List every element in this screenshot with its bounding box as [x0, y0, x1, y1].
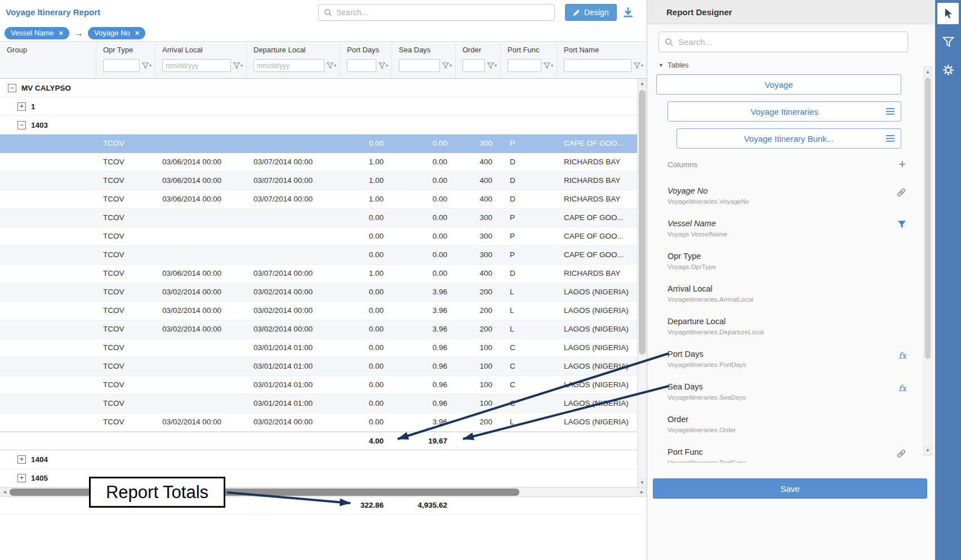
cell-port-days: 0.00	[340, 209, 391, 227]
group-row-1403[interactable]: −1403	[0, 116, 647, 135]
cell-departure-local: 03/07/2014 00:00	[246, 190, 340, 208]
filter-button-departure-local[interactable]: ▾	[327, 62, 336, 69]
fx-icon[interactable]: fx	[898, 351, 906, 361]
filter-tool-button[interactable]	[937, 31, 959, 52]
data-row[interactable]: TCOV03/01/2014 01:000.000.96100CLAGOS (N…	[0, 339, 647, 357]
cell-opr-type: TCOV	[96, 283, 155, 301]
filter-input-opr-type[interactable]	[103, 59, 140, 72]
cell-sea-days: 3.96	[391, 302, 455, 320]
group-row-1[interactable]: +1	[0, 97, 647, 116]
designer-column-departure-local[interactable]: Departure LocalVoyageItineraries.Departu…	[668, 316, 906, 349]
data-row[interactable]: TCOV0.000.00300PCAPE OF GOO...	[0, 246, 647, 265]
table-button-voyage-itinerary-bunk[interactable]: Voyage Itinerary Bunk...	[677, 128, 901, 149]
designer-column-arrival-local[interactable]: Arrival LocalVoyageItineraries.ArrivalLo…	[668, 284, 906, 316]
side-toolbar	[935, 0, 961, 560]
menu-icon[interactable]	[886, 135, 895, 142]
collapse-icon[interactable]: −	[17, 121, 26, 129]
app-window: Voyage Itinerary Report Design Vessel Na…	[0, 0, 961, 560]
scroll-up-button[interactable]: ▲	[924, 67, 932, 77]
filter-input-arrival-local[interactable]	[162, 59, 231, 72]
filter-button-order[interactable]: ▾	[487, 62, 497, 69]
filter-input-sea-days[interactable]	[399, 59, 440, 72]
data-row[interactable]: TCOV03/02/2014 00:0003/02/2014 00:000.00…	[0, 320, 647, 339]
data-row[interactable]: TCOV03/06/2014 00:0003/07/2014 00:001.00…	[0, 265, 647, 283]
link-icon[interactable]	[896, 187, 906, 198]
group-chip-voyage-no[interactable]: Voyage No ×	[88, 27, 145, 39]
filter-button-sea-days[interactable]: ▾	[442, 62, 452, 69]
data-row[interactable]: TCOV0.000.00300PCAPE OF GOO...	[0, 209, 647, 227]
design-mode-button[interactable]	[937, 3, 959, 24]
search-input[interactable]	[336, 8, 549, 17]
filter-button-opr-type[interactable]: ▾	[142, 62, 152, 69]
designer-column-sea-days[interactable]: Sea DaysVoyageItineraries.SeaDaysfx	[668, 382, 906, 414]
filter-button-port-name[interactable]: ▾	[634, 62, 643, 69]
filter-input-port-name[interactable]	[564, 59, 631, 72]
scroll-left-button[interactable]: ◄	[0, 488, 10, 496]
data-row[interactable]: TCOV03/01/2014 01:000.000.96100CLAGOS (N…	[0, 376, 647, 395]
save-button[interactable]: Save	[653, 478, 927, 499]
designer-column-order[interactable]: OrderVoyageItineraries.Order	[668, 414, 906, 447]
horizontal-scrollbar-thumb[interactable]	[10, 489, 519, 496]
data-row[interactable]: TCOV03/06/2014 00:0003/07/2014 00:001.00…	[0, 153, 647, 172]
fx-icon[interactable]: fx	[898, 383, 906, 394]
filter-button-port-func[interactable]: ▾	[544, 62, 553, 69]
column-label: Departure Local	[253, 46, 336, 54]
data-row[interactable]: TCOV03/02/2014 00:0003/02/2014 00:000.00…	[0, 413, 647, 432]
filter-icon[interactable]	[897, 220, 906, 229]
download-icon[interactable]	[621, 6, 635, 21]
designer-scrollbar-thumb[interactable]	[925, 78, 931, 359]
data-row[interactable]: TCOV03/06/2014 00:0003/07/2014 00:001.00…	[0, 190, 647, 209]
group-row-mv-calypso[interactable]: −MV CALYPSO	[0, 79, 647, 97]
data-row[interactable]: TCOV03/02/2014 00:0003/02/2014 00:000.00…	[0, 302, 647, 320]
filter-input-port-func[interactable]	[508, 59, 541, 72]
table-button-voyage-itineraries[interactable]: Voyage Itineraries	[668, 101, 901, 122]
data-row[interactable]: TCOV03/02/2014 00:0003/02/2014 00:000.00…	[0, 283, 647, 302]
global-search[interactable]	[318, 4, 555, 21]
scroll-right-button[interactable]: ►	[637, 488, 647, 496]
collapse-icon[interactable]: −	[8, 84, 16, 92]
designer-column-vessel-name[interactable]: Vessel NameVoyage.VesselName	[668, 218, 906, 251]
scroll-down-button[interactable]: ▼	[638, 478, 647, 487]
cell-opr-type: TCOV	[96, 265, 155, 283]
add-column-icon[interactable]: +	[898, 159, 906, 170]
table-button-voyage[interactable]: Voyage	[656, 74, 901, 95]
scroll-down-button[interactable]: ▼	[924, 446, 932, 455]
cell-port-days: 0.00	[340, 376, 391, 394]
link-icon[interactable]	[896, 449, 906, 459]
vertical-scrollbar[interactable]: ▲ ▼	[637, 79, 647, 487]
data-row[interactable]: TCOV03/06/2014 00:0003/07/2014 00:001.00…	[0, 172, 647, 190]
designer-column-voyage-no[interactable]: Voyage NoVoyageItineraries.VoyageNo	[668, 186, 906, 218]
designer-search-input[interactable]	[678, 37, 902, 47]
data-row[interactable]: TCOV0.000.00300PCAPE OF GOO...	[0, 227, 647, 246]
group-row-1404[interactable]: +1404	[0, 450, 647, 469]
expand-icon[interactable]: +	[17, 474, 26, 482]
designer-column-opr-type[interactable]: Opr TypeVoyage.OprType	[668, 251, 906, 284]
filter-input-order[interactable]	[462, 59, 485, 72]
expand-icon[interactable]: +	[17, 102, 26, 111]
tables-section-header[interactable]: ▼ Tables	[659, 61, 689, 69]
group-chip-vessel-name[interactable]: Vessel Name ×	[5, 27, 69, 39]
designer-scrollbar[interactable]: ▲ ▼	[923, 66, 932, 456]
remove-chip-icon[interactable]: ×	[135, 29, 140, 37]
data-row[interactable]: TCOV03/01/2014 01:000.000.96100CLAGOS (N…	[0, 395, 647, 413]
designer-title: Report Designer	[666, 7, 732, 17]
menu-icon[interactable]	[886, 108, 895, 115]
expand-icon[interactable]: +	[17, 455, 26, 464]
remove-chip-icon[interactable]: ×	[59, 29, 64, 37]
designer-column-port-days[interactable]: Port DaysVoyageItineraries.PortDaysfx	[668, 349, 906, 382]
designer-column-port-func[interactable]: Port FuncVoyageItineraries.PortFunc	[668, 447, 906, 463]
filter-button-port-days[interactable]: ▾	[379, 62, 388, 69]
cell-opr-type: TCOV	[96, 190, 155, 208]
cell-departure-local: 03/07/2014 00:00	[246, 172, 340, 190]
settings-button[interactable]	[937, 59, 959, 80]
filter-button-arrival-local[interactable]: ▾	[233, 62, 243, 69]
data-row[interactable]: TCOV03/01/2014 01:000.000.96100CLAGOS (N…	[0, 357, 647, 376]
scroll-up-button[interactable]: ▲	[638, 79, 647, 88]
cell-sea-days: 3.96	[391, 413, 455, 431]
filter-input-port-days[interactable]	[347, 59, 376, 72]
designer-search[interactable]	[659, 32, 908, 52]
design-button[interactable]: Design	[565, 4, 617, 21]
vertical-scrollbar-thumb[interactable]	[639, 90, 646, 355]
data-row[interactable]: TCOV0.000.00300PCAPE OF GOO...	[0, 135, 647, 153]
filter-input-departure-local[interactable]	[253, 59, 324, 72]
